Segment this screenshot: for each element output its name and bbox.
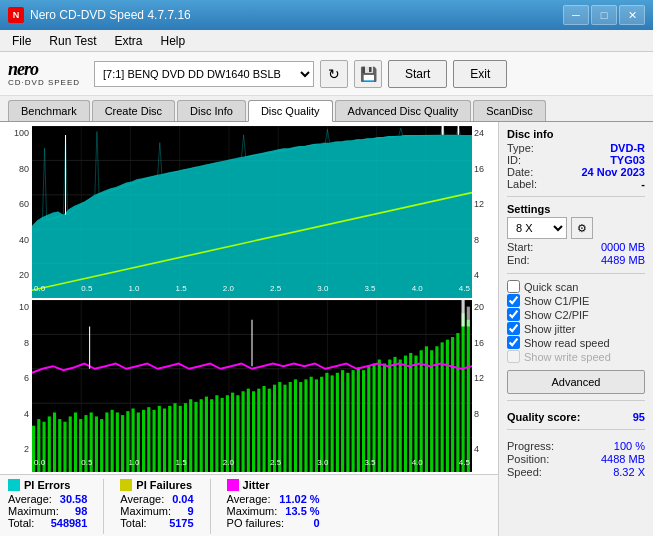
disc-type-row: Type: DVD-R <box>507 142 645 154</box>
show-jitter-label[interactable]: Show jitter <box>524 323 575 335</box>
show-c1pie-row: Show C1/PIE <box>507 294 645 307</box>
chart-top-plot: 0.0 0.5 1.0 1.5 2.0 2.5 3.0 3.5 4.0 4.5 <box>32 126 472 298</box>
tab-disc-info[interactable]: Disc Info <box>177 100 246 121</box>
tab-advanced-disc-quality[interactable]: Advanced Disc Quality <box>335 100 472 121</box>
logo-sub: CD·DVD SPEED <box>8 78 80 87</box>
settings-section: Settings 8 X ⚙ Start: 0000 MB End: 4489 … <box>507 203 645 267</box>
window-controls: ─ □ ✕ <box>563 5 645 25</box>
show-write-speed-checkbox[interactable] <box>507 350 520 363</box>
disc-date-label: Date: <box>507 166 533 178</box>
disc-id-row: ID: TYG03 <box>507 154 645 166</box>
close-button[interactable]: ✕ <box>619 5 645 25</box>
maximize-button[interactable]: □ <box>591 5 617 25</box>
jitter-color <box>227 479 239 491</box>
divider-4 <box>507 429 645 430</box>
show-c1pie-label[interactable]: Show C1/PIE <box>524 295 589 307</box>
start-button[interactable]: Start <box>388 60 447 88</box>
quality-value: 95 <box>633 411 645 423</box>
chart-top-svg <box>32 126 472 298</box>
show-jitter-row: Show jitter <box>507 322 645 335</box>
save-icon-btn[interactable]: 💾 <box>354 60 382 88</box>
jitter-title: Jitter <box>243 479 270 491</box>
menu-file[interactable]: File <box>4 32 39 50</box>
pi-errors-title: PI Errors <box>24 479 70 491</box>
checkboxes-section: Quick scan Show C1/PIE Show C2/PIF Show … <box>507 280 645 364</box>
show-c1pie-checkbox[interactable] <box>507 294 520 307</box>
show-c2pif-checkbox[interactable] <box>507 308 520 321</box>
pi-errors-max-value: 98 <box>75 505 87 517</box>
start-label: Start: <box>507 241 533 253</box>
menu-run-test[interactable]: Run Test <box>41 32 104 50</box>
svg-rect-116 <box>467 320 470 472</box>
main-content: 100 80 60 40 20 <box>0 122 653 536</box>
speed-row-progress: Speed: 8.32 X <box>507 466 645 478</box>
show-read-speed-label[interactable]: Show read speed <box>524 337 610 349</box>
tab-scandisc[interactable]: ScanDisc <box>473 100 545 121</box>
svg-rect-111 <box>441 342 444 472</box>
app-title: Nero CD-DVD Speed 4.7.7.16 <box>30 8 191 22</box>
show-c2pif-row: Show C2/PIF <box>507 308 645 321</box>
toolbar: nero CD·DVD SPEED [7:1] BENQ DVD DD DW16… <box>0 52 653 96</box>
refresh-icon-btn[interactable]: ↻ <box>320 60 348 88</box>
position-value: 4488 MB <box>601 453 645 465</box>
speed-selector[interactable]: 8 X <box>507 217 567 239</box>
svg-rect-92 <box>341 370 344 472</box>
title-bar: N Nero CD-DVD Speed 4.7.7.16 ─ □ ✕ <box>0 0 653 30</box>
show-c2pif-label[interactable]: Show C2/PIF <box>524 309 589 321</box>
jitter-avg-label: Average: <box>227 493 271 505</box>
quick-scan-label[interactable]: Quick scan <box>524 281 578 293</box>
show-jitter-checkbox[interactable] <box>507 322 520 335</box>
svg-rect-95 <box>357 367 360 472</box>
advanced-button[interactable]: Advanced <box>507 370 645 394</box>
svg-rect-97 <box>367 366 370 472</box>
settings-title: Settings <box>507 203 645 215</box>
pi-errors-stat: PI Errors Average: 30.58 Maximum: 98 Tot… <box>8 479 87 534</box>
divider-2 <box>507 273 645 274</box>
show-read-speed-checkbox[interactable] <box>507 336 520 349</box>
chart-bottom-plot: 0.0 0.5 1.0 1.5 2.0 2.5 3.0 3.5 4.0 4.5 <box>32 300 472 472</box>
pi-failures-total-label: Total: <box>120 517 146 529</box>
svg-rect-106 <box>414 356 417 472</box>
pi-errors-color <box>8 479 20 491</box>
quick-scan-row: Quick scan <box>507 280 645 293</box>
drive-selector[interactable]: [7:1] BENQ DVD DD DW1640 BSLB <box>94 61 314 87</box>
minimize-button[interactable]: ─ <box>563 5 589 25</box>
end-label: End: <box>507 254 530 266</box>
disc-date-value: 24 Nov 2023 <box>581 166 645 178</box>
svg-rect-114 <box>456 333 459 472</box>
divider-1 <box>507 196 645 197</box>
tab-disc-quality[interactable]: Disc Quality <box>248 100 333 122</box>
speed-value-progress: 8.32 X <box>613 466 645 478</box>
logo-text: nero <box>8 60 38 78</box>
pi-failures-avg-label: Average: <box>120 493 164 505</box>
pi-failures-avg-value: 0.04 <box>172 493 193 505</box>
quick-scan-checkbox[interactable] <box>507 280 520 293</box>
stats-divider-1 <box>103 479 104 534</box>
stats-bar: PI Errors Average: 30.58 Maximum: 98 Tot… <box>0 474 498 536</box>
disc-info-title: Disc info <box>507 128 645 140</box>
tab-create-disc[interactable]: Create Disc <box>92 100 175 121</box>
disc-info-section: Disc info Type: DVD-R ID: TYG03 Date: 24… <box>507 128 645 190</box>
tab-benchmark[interactable]: Benchmark <box>8 100 90 121</box>
svg-rect-96 <box>362 370 365 472</box>
menu-help[interactable]: Help <box>153 32 194 50</box>
speed-label-progress: Speed: <box>507 466 542 478</box>
pi-errors-avg-label: Average: <box>8 493 52 505</box>
pi-errors-total-value: 548981 <box>51 517 88 529</box>
jitter-max-value: 13.5 % <box>285 505 319 517</box>
exit-button[interactable]: Exit <box>453 60 507 88</box>
svg-rect-101 <box>388 360 391 472</box>
divider-3 <box>507 400 645 401</box>
svg-rect-118 <box>467 307 470 327</box>
chart-bottom-svg <box>32 300 472 472</box>
chart-top-y-right: 24 16 12 8 4 <box>472 126 494 298</box>
end-row: End: 4489 MB <box>507 254 645 266</box>
menu-extra[interactable]: Extra <box>106 32 150 50</box>
svg-rect-105 <box>409 353 412 472</box>
end-value: 4489 MB <box>601 254 645 266</box>
position-row: Position: 4488 MB <box>507 453 645 465</box>
settings-icon-btn[interactable]: ⚙ <box>571 217 593 239</box>
svg-rect-94 <box>352 370 355 472</box>
disc-id-label: ID: <box>507 154 521 166</box>
disc-label-label: Label: <box>507 178 537 190</box>
